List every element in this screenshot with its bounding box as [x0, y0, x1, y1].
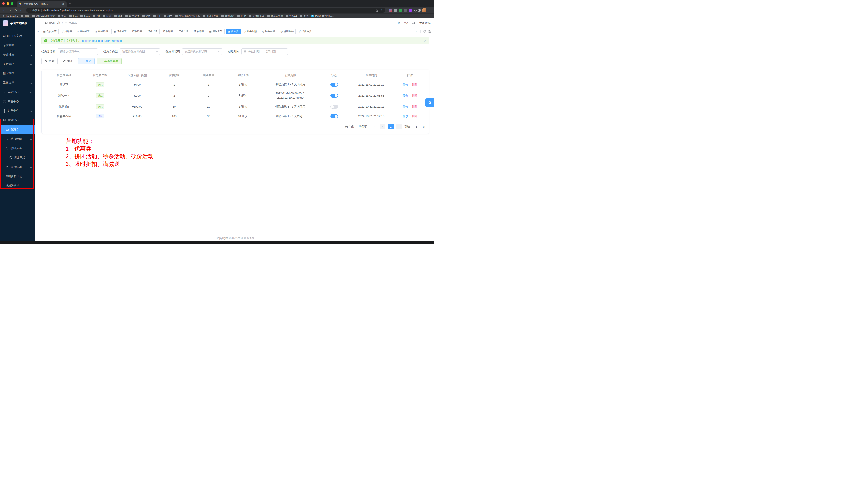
- delete-link[interactable]: 删除: [412, 114, 417, 118]
- username[interactable]: 芋道源码: [419, 21, 431, 25]
- bookmark-item[interactable]: 软件/硬件: [125, 15, 139, 18]
- coupon-type-select[interactable]: 请选择优惠券类型: [120, 48, 160, 55]
- sidebar-item-workflow[interactable]: 工作流程: [0, 78, 35, 87]
- status-toggle[interactable]: [330, 105, 338, 109]
- view-tab[interactable]: ▤ 订单列表: [111, 29, 129, 34]
- new-tab-button[interactable]: +: [69, 0, 71, 7]
- bookmark-item[interactable]: 前端: [103, 15, 111, 18]
- edit-link[interactable]: 修改: [403, 83, 408, 86]
- sidebar-item-product-center[interactable]: 商品中心: [0, 97, 35, 106]
- view-tab[interactable]: ○ 商品列表: [75, 29, 92, 34]
- sidebar-item-groupbuy[interactable]: 拼团活动: [0, 144, 35, 153]
- security-warning-icon[interactable]: ⚠: [29, 9, 31, 12]
- fullscreen-icon[interactable]: [390, 21, 394, 25]
- view-tab[interactable]: 订单详情: [192, 29, 206, 34]
- share-icon[interactable]: [375, 9, 378, 12]
- bookmark-item[interactable]: 资讯未整理: [203, 15, 218, 18]
- view-tab[interactable]: 会员详情: [60, 29, 74, 34]
- sidebar-item-time-discount[interactable]: 限时折扣活动: [0, 172, 35, 181]
- view-tab[interactable]: ◷ 秒杀时段: [242, 29, 259, 34]
- sidebar-item-order-center[interactable]: 订单中心: [0, 106, 35, 116]
- sidebar-item-groupbuy-product[interactable]: 拼团商品: [0, 153, 35, 162]
- view-tab[interactable]: 订单详情: [161, 29, 175, 34]
- address-bar[interactable]: ⚠ 不安全 dashboard-vue3.yudao.iocoder.cn/pr…: [26, 8, 385, 12]
- bookmark-item[interactable]: DB: [93, 15, 100, 18]
- bell-icon[interactable]: [412, 21, 415, 25]
- status-toggle[interactable]: [330, 83, 338, 87]
- view-tab[interactable]: 会员优惠券: [297, 29, 314, 34]
- bookmark-item[interactable]: 项目: [164, 15, 172, 18]
- prev-page-button[interactable]: ‹: [380, 124, 385, 129]
- breadcrumb-marketing[interactable]: 营销中心: [45, 21, 60, 25]
- view-tab[interactable]: 订单详情: [145, 29, 160, 34]
- bookmark-item[interactable]: Java开发|小组首...: [311, 15, 334, 18]
- view-tab[interactable]: ▤ 会员标签: [41, 29, 59, 34]
- text-size-icon[interactable]: Tr: [398, 22, 400, 25]
- coupon-name-input[interactable]: [58, 48, 98, 55]
- tab-close-icon[interactable]: ✕: [62, 2, 64, 6]
- sidebar-item-coupon[interactable]: 优惠券: [0, 125, 35, 134]
- sidebar-item-full-reduction[interactable]: 满减送活动: [0, 181, 35, 191]
- home-icon[interactable]: ⌂: [19, 8, 24, 13]
- delete-link[interactable]: 删除: [412, 83, 417, 86]
- profile-avatar[interactable]: [422, 8, 426, 12]
- browser-tab[interactable]: 芋道管理系统 - 优惠券 ✕: [17, 1, 66, 7]
- back-icon[interactable]: ←: [2, 8, 7, 13]
- sidebar-item-report[interactable]: 报表管理: [0, 69, 35, 78]
- bookmark-item[interactable]: 2014-4: [286, 15, 297, 18]
- view-tab[interactable]: 订单详情: [176, 29, 190, 34]
- bookmark-item[interactable]: 生活: [300, 15, 308, 18]
- bookmark-item[interactable]: 游戏: [114, 15, 122, 18]
- view-tab[interactable]: ▤ 售后退款: [207, 29, 224, 34]
- bookmark-item[interactable]: 文件服务器: [249, 15, 265, 18]
- bookmark-item[interactable]: 搜索: [58, 15, 66, 18]
- bookmark-item[interactable]: 运营: [21, 15, 29, 18]
- bookmark-item[interactable]: PHP: [237, 15, 246, 18]
- extension-icon[interactable]: [389, 9, 392, 12]
- bookmark-item[interactable]: Linux: [81, 15, 90, 18]
- side-panel-icon[interactable]: [417, 9, 421, 12]
- edit-link[interactable]: 修改: [403, 114, 408, 118]
- bookmark-item[interactable]: 网站/博客/文章/工具: [175, 15, 200, 18]
- reset-button[interactable]: 重置: [60, 58, 76, 64]
- bookmark-item[interactable]: 博客未整理: [267, 15, 283, 18]
- coupon-status-select[interactable]: 请选择优惠券状态: [182, 48, 222, 55]
- sidebar-item-bargain[interactable]: 砍价活动: [0, 162, 35, 172]
- view-tab[interactable]: 订单详情: [130, 29, 144, 34]
- edit-link[interactable]: 修改: [403, 94, 408, 97]
- settings-fab[interactable]: [425, 98, 434, 107]
- bookmark-item[interactable]: 其他语言: [221, 15, 235, 18]
- bookmark-item[interactable]: Java: [69, 15, 78, 18]
- scroll-left-icon[interactable]: «: [36, 30, 40, 33]
- close-window-button[interactable]: [2, 2, 5, 5]
- bookmark-item[interactable]: IDE: [153, 15, 161, 18]
- reload-icon[interactable]: ↻: [13, 8, 18, 13]
- extension-icon[interactable]: [399, 9, 402, 12]
- minimize-window-button[interactable]: [6, 2, 9, 5]
- bookmark-item[interactable]: 设计: [142, 15, 151, 18]
- collapse-menu-icon[interactable]: [38, 22, 42, 24]
- extension-icon[interactable]: [409, 9, 412, 12]
- refresh-icon[interactable]: [423, 30, 426, 33]
- bookmark-star-icon[interactable]: ☆: [380, 9, 383, 12]
- forward-icon[interactable]: →: [7, 8, 12, 13]
- view-tab[interactable]: ◎ 商品详情: [93, 29, 110, 34]
- view-tab[interactable]: ◷ 拼团商品: [279, 29, 296, 34]
- bookmark-item[interactable]: 近期需要读的文章: [32, 15, 55, 18]
- view-tab[interactable]: ◎ 秒杀商品: [260, 29, 277, 34]
- current-page-button[interactable]: 1: [388, 124, 394, 129]
- next-page-button[interactable]: ›: [396, 124, 402, 129]
- scroll-right-icon[interactable]: »: [415, 30, 418, 33]
- translate-icon[interactable]: 文A: [404, 21, 408, 25]
- browser-menu-icon[interactable]: ⋮: [428, 9, 432, 12]
- search-button[interactable]: 搜索: [41, 58, 58, 64]
- sidebar-item-member-center[interactable]: 会员中心: [0, 87, 35, 97]
- app-logo[interactable]: 芋道管理系统: [0, 18, 35, 28]
- extension-icon[interactable]: [404, 9, 407, 12]
- sidebar-item-payment[interactable]: 支付管理: [0, 59, 35, 69]
- extension-icon[interactable]: [394, 9, 397, 12]
- tab-search-chevron-icon[interactable]: ⌄: [430, 0, 432, 7]
- bookmark-item[interactable]: Bookmarks: [3, 15, 18, 18]
- sidebar-item-system[interactable]: 系统管理: [0, 41, 35, 50]
- grid-menu-icon[interactable]: [428, 30, 431, 33]
